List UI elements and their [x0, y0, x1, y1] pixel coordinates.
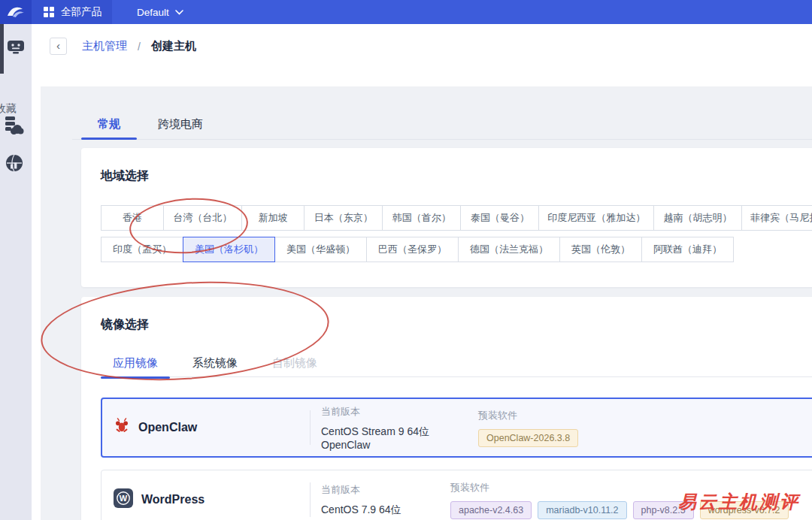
- main-content: ‹ 主机管理 / 创建主机 常规 跨境电商 地域选择 香港台湾（台北）新加坡日本…: [32, 24, 812, 520]
- workspace-label: Default: [137, 7, 169, 18]
- region-button[interactable]: 阿联酋（迪拜）: [641, 237, 734, 262]
- image-name-zone: OpenClaw: [114, 418, 310, 437]
- tab-general[interactable]: 常规: [81, 117, 137, 132]
- tabs-divider-line: [72, 139, 812, 140]
- region-selection-card: 地域选择 香港台湾（台北）新加坡日本（东京）韩国（首尔）泰国（曼谷）印度尼西亚（…: [81, 148, 812, 287]
- all-products-label: 全部产品: [61, 5, 102, 19]
- region-button[interactable]: 韩国（首尔）: [382, 205, 461, 231]
- wordpress-icon: W: [114, 488, 133, 511]
- active-tab-indicator: [81, 138, 137, 140]
- region-button[interactable]: 英国（伦敦）: [559, 237, 642, 262]
- image-tab-active[interactable]: 应用镜像: [101, 352, 170, 379]
- version-value: CentOS Stream 9 64位 OpenClaw: [321, 425, 468, 451]
- image-selection-card: 镜像选择 应用镜像系统镜像自制镜像 OpenClaw当前版本CentOS Str…: [81, 297, 812, 520]
- region-button[interactable]: 美国（华盛顿）: [274, 237, 367, 262]
- software-column: 预装软件OpenClaw-2026.3.8: [468, 409, 578, 447]
- version-column: 当前版本CentOS Stream 9 64位 OpenClaw: [311, 405, 468, 451]
- image-name-zone: WWordPress: [114, 488, 310, 511]
- brand-logo[interactable]: [0, 0, 32, 24]
- tab-cross-border[interactable]: 跨境电商: [158, 117, 203, 132]
- chevron-down-icon: [175, 10, 183, 15]
- sidebar-item-favorites[interactable]: 收藏: [0, 102, 17, 116]
- cloud-servers-icon[interactable]: [5, 115, 24, 139]
- breadcrumb-separator: /: [138, 41, 141, 53]
- version-value: CentOS 7.9 64位: [321, 503, 440, 517]
- region-button[interactable]: 泰国（曼谷）: [460, 205, 539, 231]
- page-title: 创建主机: [151, 39, 196, 53]
- image-tab-disabled: 自制镜像: [260, 352, 329, 379]
- lobster-icon: [114, 418, 130, 437]
- region-rows: 香港台湾（台北）新加坡日本（东京）韩国（首尔）泰国（曼谷）印度尼西亚（雅加达）越…: [101, 205, 812, 268]
- image-tab-normal[interactable]: 系统镜像: [180, 352, 250, 379]
- version-label: 当前版本: [321, 483, 440, 497]
- image-name: WordPress: [141, 493, 205, 506]
- wave-logo-icon: [5, 4, 26, 20]
- page-tabs: 常规 跨境电商: [72, 110, 812, 140]
- region-row: 香港台湾（台北）新加坡日本（东京）韩国（首尔）泰国（曼谷）印度尼西亚（雅加达）越…: [101, 205, 812, 231]
- software-tag: apache-v2.4.63: [450, 501, 532, 519]
- console-icon[interactable]: [6, 38, 26, 60]
- image-tabs: 应用镜像系统镜像自制镜像: [101, 352, 812, 377]
- region-button[interactable]: 越南（胡志明）: [653, 205, 741, 231]
- region-row: 印度（孟买）美国（洛杉矶）美国（华盛顿）巴西（圣保罗）德国（法兰克福）英国（伦敦…: [101, 237, 812, 262]
- software-tags: OpenClaw-2026.3.8: [478, 429, 578, 447]
- software-tag: OpenClaw-2026.3.8: [478, 429, 578, 447]
- watermark-text: 易云主机测评: [678, 490, 800, 514]
- sidebar-edge-strip: [0, 24, 4, 74]
- region-button-selected[interactable]: 美国（洛杉矶）: [183, 237, 275, 262]
- region-section-title: 地域选择: [101, 168, 149, 184]
- region-button[interactable]: 台湾（台北）: [163, 205, 242, 231]
- software-label: 预装软件: [478, 409, 578, 422]
- tab-general-label: 常规: [98, 117, 120, 130]
- version-column: 当前版本CentOS 7.9 64位: [311, 483, 440, 517]
- globe-icon[interactable]: [5, 153, 24, 176]
- workspace-selector[interactable]: Default: [137, 7, 183, 18]
- version-label: 当前版本: [321, 405, 468, 419]
- left-sidebar: 收藏: [0, 24, 32, 520]
- top-navbar: 全部产品 Default: [0, 0, 812, 24]
- image-section-title: 镜像选择: [101, 317, 149, 333]
- breadcrumb: ‹ 主机管理 / 创建主机: [50, 38, 196, 55]
- back-button[interactable]: ‹: [50, 38, 67, 55]
- region-button[interactable]: 日本（东京）: [304, 205, 383, 231]
- grid-icon: [44, 7, 54, 17]
- app-window: 全部产品 Default 收藏: [0, 0, 812, 520]
- all-products-menu[interactable]: 全部产品: [32, 0, 112, 24]
- region-button[interactable]: 巴西（圣保罗）: [366, 237, 459, 262]
- image-card-openclaw[interactable]: OpenClaw当前版本CentOS Stream 9 64位 OpenClaw…: [101, 398, 812, 458]
- region-button[interactable]: 德国（法兰克福）: [458, 237, 560, 262]
- region-button[interactable]: 菲律宾（马尼拉）: [741, 205, 812, 231]
- region-button[interactable]: 印度尼西亚（雅加达）: [538, 205, 654, 231]
- region-button[interactable]: 香港: [101, 205, 164, 231]
- svg-text:W: W: [120, 494, 128, 503]
- breadcrumb-parent-link[interactable]: 主机管理: [82, 39, 127, 53]
- region-button[interactable]: 印度（孟买）: [101, 237, 183, 262]
- image-name: OpenClaw: [138, 421, 197, 434]
- software-tag: mariadb-v10.11.2: [538, 501, 626, 519]
- region-button[interactable]: 新加坡: [241, 205, 304, 231]
